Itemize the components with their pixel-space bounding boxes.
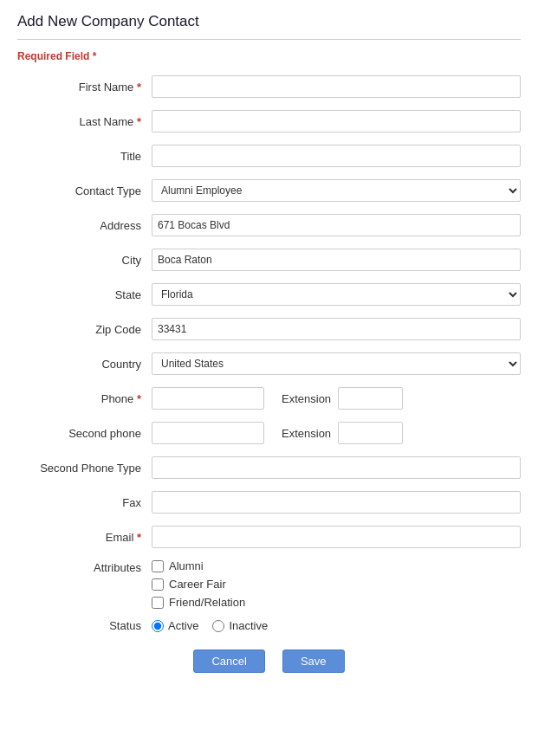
first-name-row: First Name * (17, 74, 521, 99)
zip-code-input[interactable] (152, 318, 521, 340)
attributes-content: Alumni Career Fair Friend/Relation (152, 559, 245, 609)
second-phone-type-row: Second Phone Type (17, 456, 521, 480)
inactive-radio[interactable] (212, 620, 224, 632)
page-title: Add New Company Contact (17, 13, 521, 40)
email-input[interactable] (152, 526, 521, 548)
country-label: Country (17, 358, 152, 371)
email-row: Email * (17, 525, 521, 549)
zip-code-row: Zip Code (17, 317, 521, 341)
address-row: Address (17, 213, 521, 237)
second-phone-fields: Extension (152, 422, 521, 444)
country-select[interactable]: United States Canada Mexico United Kingd… (152, 352, 521, 375)
title-label: Title (17, 150, 152, 163)
fax-row: Fax (17, 490, 521, 514)
country-row: Country United States Canada Mexico Unit… (17, 352, 521, 376)
status-row: Status Active Inactive (17, 619, 521, 632)
attribute-friend-relation[interactable]: Friend/Relation (152, 596, 245, 609)
second-extension-label: Extension (282, 427, 331, 440)
phone-fields: Extension (152, 387, 521, 410)
attributes-label: Attributes (17, 559, 152, 574)
city-input[interactable] (152, 249, 521, 271)
cancel-button[interactable]: Cancel (193, 649, 264, 673)
zip-code-label: Zip Code (17, 323, 152, 336)
second-phone-row: Second phone Extension (17, 421, 521, 445)
fax-label: Fax (17, 496, 152, 509)
phone-extension-input[interactable] (338, 387, 403, 410)
second-phone-input[interactable] (152, 422, 264, 444)
attribute-alumni[interactable]: Alumni (152, 559, 245, 572)
state-row: State Florida Alabama Alaska Arizona Cal… (17, 282, 521, 307)
phone-input[interactable] (152, 387, 264, 410)
second-phone-label: Second phone (17, 427, 152, 440)
active-radio[interactable] (152, 620, 164, 632)
contact-type-row: Contact Type Alumni Employee Current Emp… (17, 178, 521, 203)
phone-label: Phone * (17, 392, 152, 405)
attributes-row: Attributes Alumni Career Fair Friend/Rel… (17, 559, 521, 609)
second-phone-type-input[interactable] (152, 456, 521, 479)
address-input[interactable] (152, 214, 521, 236)
buttons-row: Cancel Save (17, 649, 521, 673)
city-label: City (17, 254, 152, 267)
title-row: Title (17, 144, 521, 168)
attribute-career-fair[interactable]: Career Fair (152, 578, 245, 591)
alumni-checkbox[interactable] (152, 560, 164, 572)
title-input[interactable] (152, 145, 521, 167)
phone-row: Phone * Extension (17, 386, 521, 410)
last-name-label: Last Name * (17, 115, 152, 128)
last-name-row: Last Name * (17, 109, 521, 133)
contact-type-label: Contact Type (17, 184, 152, 197)
fax-input[interactable] (152, 491, 521, 514)
extension-label: Extension (282, 392, 331, 405)
state-label: State (17, 288, 152, 301)
first-name-label: First Name * (17, 81, 152, 94)
status-options: Active Inactive (152, 619, 268, 632)
second-phone-extension-input[interactable] (338, 422, 403, 444)
contact-type-select[interactable]: Alumni Employee Current Employee Former … (152, 179, 521, 202)
city-row: City (17, 248, 521, 272)
second-phone-type-label: Second Phone Type (17, 462, 152, 475)
address-label: Address (17, 219, 152, 232)
state-select[interactable]: Florida Alabama Alaska Arizona Californi… (152, 283, 521, 306)
friend-relation-checkbox[interactable] (152, 597, 164, 609)
email-label: Email * (17, 531, 152, 544)
required-note: Required Field * (17, 50, 521, 62)
status-label: Status (17, 619, 152, 632)
first-name-input[interactable] (152, 75, 521, 98)
career-fair-checkbox[interactable] (152, 578, 164, 591)
save-button[interactable]: Save (282, 649, 345, 673)
status-active[interactable]: Active (152, 619, 198, 632)
status-inactive[interactable]: Inactive (212, 619, 268, 632)
last-name-input[interactable] (152, 110, 521, 132)
